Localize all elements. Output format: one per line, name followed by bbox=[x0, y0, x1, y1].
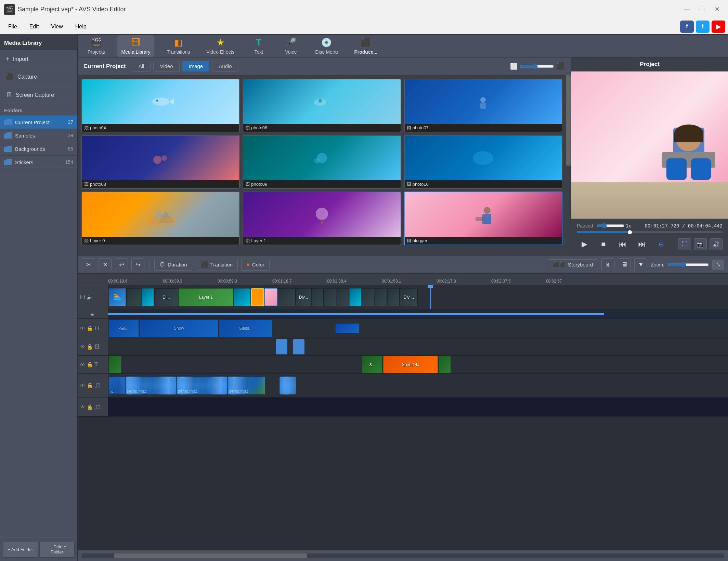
clip-snow[interactable]: Snow bbox=[140, 319, 218, 337]
folder-stickers[interactable]: Stickers 154 bbox=[0, 156, 77, 169]
delete-folder-button[interactable]: — Delete Folder bbox=[39, 541, 75, 558]
timeline-scissors-button[interactable]: ✂ bbox=[82, 258, 95, 271]
clip-dark-6[interactable] bbox=[362, 288, 374, 306]
undo-button[interactable]: ↩ bbox=[115, 258, 128, 271]
progress-thumb[interactable] bbox=[628, 230, 632, 234]
clip-dark-4[interactable] bbox=[324, 288, 336, 306]
media-item-photo06[interactable]: 🖼 photo06 bbox=[243, 79, 401, 132]
clip-div[interactable]: Div... bbox=[296, 288, 311, 306]
clip-blogger[interactable] bbox=[264, 288, 277, 306]
clip-ocean-2[interactable] bbox=[234, 288, 251, 306]
minimize-button[interactable]: — bbox=[680, 3, 694, 16]
menu-edit[interactable]: Edit bbox=[24, 22, 44, 32]
video-track-content[interactable]: 🏊 Di... Layer 1 bbox=[108, 285, 728, 309]
filter-all[interactable]: All bbox=[132, 61, 151, 71]
import-button[interactable]: + Import bbox=[0, 50, 77, 68]
timeline-delete-button[interactable]: ✕ bbox=[99, 258, 112, 271]
filter-audio[interactable]: Audio bbox=[212, 61, 238, 71]
clip-glass[interactable]: Glass... bbox=[219, 319, 272, 337]
clip-parti[interactable]: Parti... bbox=[109, 319, 139, 337]
clip-fx-small[interactable] bbox=[335, 323, 359, 334]
storyboard-button[interactable]: ⬛⬛ Storyboard bbox=[548, 259, 598, 270]
close-button[interactable]: ✕ bbox=[710, 3, 724, 16]
timeline-zoom-slider[interactable] bbox=[668, 262, 709, 268]
clip-dark-5[interactable] bbox=[337, 288, 349, 306]
horizontal-scrollbar[interactable] bbox=[82, 553, 724, 558]
maximize-button[interactable]: ☐ bbox=[695, 3, 709, 16]
clip-dark-2[interactable] bbox=[278, 288, 296, 306]
filter-video[interactable]: Video bbox=[153, 61, 179, 71]
toolbar-produce[interactable]: ⬛ Produce... bbox=[350, 35, 381, 57]
toolbar-projects[interactable]: 🎬 Projects bbox=[83, 35, 109, 57]
toolbar-transitions[interactable]: ◧ Transitions bbox=[162, 35, 194, 57]
text-track-content[interactable]: S... Speed 4x bbox=[108, 356, 728, 373]
media-item-layer1[interactable]: 🖼 Layer 1 bbox=[243, 192, 401, 245]
clip-dark-1[interactable] bbox=[126, 288, 141, 306]
transition-button[interactable]: ⬛ Transition bbox=[196, 259, 238, 271]
view-options-button[interactable]: 🖥 bbox=[618, 258, 631, 271]
toolbar-disc-menu[interactable]: 💿 Disc Menu bbox=[311, 35, 342, 57]
volume-button[interactable]: 🔊 bbox=[710, 238, 723, 250]
text-clip-small[interactable] bbox=[109, 356, 121, 373]
twitter-icon[interactable]: t bbox=[696, 21, 710, 33]
audio-settings-button[interactable]: 🎚 bbox=[601, 258, 614, 271]
add-folder-button[interactable]: + Add Folder bbox=[3, 541, 38, 558]
duration-button[interactable]: ⏱ Duration bbox=[154, 259, 192, 271]
clip-ocean-3[interactable] bbox=[349, 288, 362, 306]
play-pause-button[interactable]: ▶ bbox=[577, 237, 592, 252]
folder-samples[interactable]: Samples 39 bbox=[0, 129, 77, 142]
prev-frame-button[interactable]: ⏮ bbox=[615, 237, 630, 252]
view-dropdown-button[interactable]: ▼ bbox=[634, 258, 647, 271]
menu-view[interactable]: View bbox=[46, 22, 68, 32]
audio-clip-demo3[interactable]: demo.mp3 bbox=[228, 377, 265, 394]
media-item-photo04[interactable]: 🖼 photo04 bbox=[81, 79, 240, 132]
fx2-track-content[interactable] bbox=[108, 338, 728, 355]
next-frame-button[interactable]: ⏭ bbox=[634, 237, 649, 252]
filter-image[interactable]: Image bbox=[182, 61, 210, 71]
media-scrollbar[interactable] bbox=[566, 75, 571, 256]
screen-capture-button[interactable]: 🖥 Screen Capture bbox=[0, 86, 77, 104]
clip-ocean-1[interactable] bbox=[142, 288, 154, 306]
snapshot-button[interactable]: 📷 bbox=[694, 238, 707, 250]
fit-timeline-button[interactable]: ⤡ bbox=[712, 260, 724, 270]
audio-track-content[interactable]: d... demo.mp3 bbox=[108, 374, 728, 397]
media-item-layer0[interactable]: 🖼 Layer 0 bbox=[81, 192, 240, 245]
media-item-photo09[interactable]: 🖼 photo09 bbox=[243, 135, 401, 189]
preview-progress-bar[interactable] bbox=[577, 231, 723, 233]
toolbar-video-effects[interactable]: ★ Video Effects bbox=[202, 35, 238, 57]
media-item-photo08[interactable]: 🖼 photo08 bbox=[81, 135, 240, 189]
clip-layer1[interactable]: Layer 1 bbox=[179, 288, 233, 306]
clip-thumb-1[interactable]: 🏊 bbox=[109, 288, 126, 306]
audio-clip-demo1[interactable]: demo.mp3 bbox=[126, 377, 176, 394]
zoom-slider[interactable] bbox=[520, 64, 554, 69]
clip-speed4x[interactable]: Speed 4x bbox=[383, 356, 438, 373]
media-item-photo10[interactable]: 🖼 photo10 bbox=[404, 135, 562, 189]
facebook-icon[interactable]: f bbox=[680, 21, 694, 33]
effects-track-content[interactable]: Parti... Snow Glass... bbox=[108, 319, 728, 338]
media-item-photo07[interactable]: 🖼 photo07 bbox=[404, 79, 562, 132]
text-clip-small2[interactable] bbox=[439, 356, 451, 373]
toolbar-voice[interactable]: 🎤 Voice bbox=[279, 35, 303, 57]
menu-help[interactable]: Help bbox=[70, 22, 92, 32]
audio-clip-small[interactable] bbox=[280, 377, 296, 394]
stop-button[interactable]: ■ bbox=[596, 237, 611, 252]
clip-selected-1[interactable] bbox=[251, 288, 264, 306]
speed-slider[interactable] bbox=[597, 223, 624, 229]
clip-dark-8[interactable] bbox=[387, 288, 400, 306]
youtube-icon[interactable]: ▶ bbox=[712, 21, 725, 33]
fullscreen-button[interactable]: ⛶ bbox=[678, 238, 691, 250]
redo-button[interactable]: ↪ bbox=[131, 258, 144, 271]
clip-dark-7[interactable] bbox=[375, 288, 387, 306]
color-button[interactable]: ● Color bbox=[241, 259, 270, 271]
clip-divi[interactable]: Divi... bbox=[400, 288, 418, 306]
toolbar-text[interactable]: T Text bbox=[247, 35, 271, 57]
clip-s[interactable]: S... bbox=[362, 356, 382, 373]
folder-backgrounds[interactable]: Backgrounds 65 bbox=[0, 142, 77, 156]
clip-dark-3[interactable] bbox=[311, 288, 324, 306]
clip-di[interactable]: Di... bbox=[154, 288, 178, 306]
audio2-track-content[interactable] bbox=[108, 397, 728, 416]
media-item-blogger[interactable]: 🖼 blogger bbox=[404, 192, 562, 245]
toolbar-media-library[interactable]: 🎞 Media Library bbox=[117, 35, 155, 57]
loop-button[interactable]: ⊟ bbox=[653, 237, 668, 252]
audio-clip-d[interactable]: d... bbox=[109, 377, 125, 394]
